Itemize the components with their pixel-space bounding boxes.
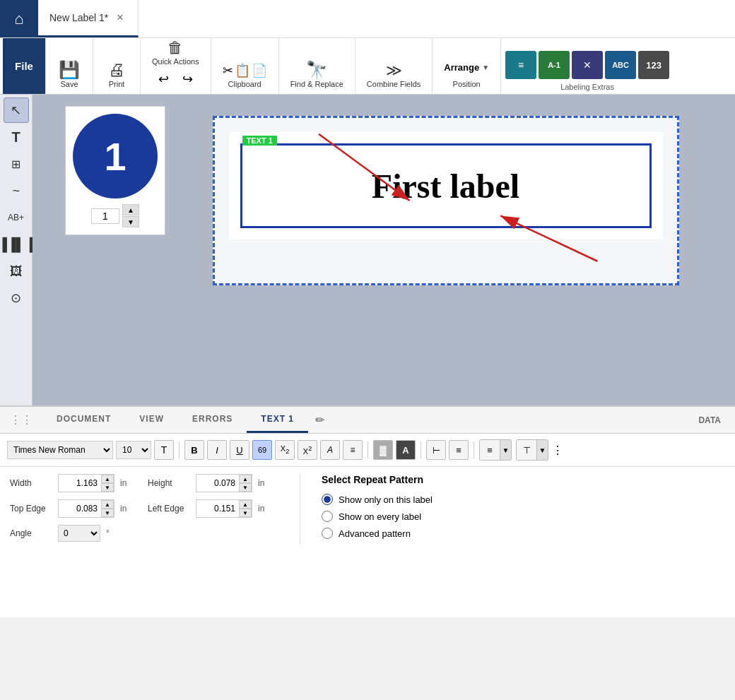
tab-close-button[interactable]: × — [114, 10, 126, 25]
h-align-button[interactable]: ≡ — [449, 440, 469, 460]
arrange-button[interactable]: Arrange ▼ — [438, 59, 495, 76]
text-align-dropdown[interactable]: ≡ ▼ — [479, 439, 512, 461]
width-input[interactable] — [59, 476, 101, 490]
spin-down-button[interactable]: ▼ — [122, 216, 139, 227]
label-dashed-border: TEXT 1 First label — [213, 116, 679, 285]
top-edge-input[interactable] — [59, 502, 101, 516]
width-unit: in — [120, 478, 127, 488]
extras-icon-3[interactable]: ✕ — [572, 51, 603, 79]
repeat-option-1-label: Show only on this label — [339, 494, 433, 505]
height-spin-down[interactable]: ▼ — [239, 483, 252, 492]
tab-data[interactable]: DATA — [684, 408, 735, 432]
text-field[interactable]: TEXT 1 First label — [240, 143, 652, 228]
left-edge-spin-up[interactable]: ▲ — [239, 500, 252, 509]
arrange-label: Arrange — [444, 62, 479, 73]
repeat-option-2[interactable]: Show on every label — [322, 511, 433, 522]
extras-icon-2[interactable]: A-1 — [539, 51, 570, 79]
undo-button[interactable]: ↩ — [153, 70, 174, 88]
font-size-icon-button[interactable]: T — [154, 440, 174, 460]
line-spacing-button[interactable]: ≡ — [343, 440, 363, 460]
table-tool-button[interactable]: ⊞ — [4, 151, 29, 177]
find-replace-button[interactable]: 🔭 Find & Replace — [285, 59, 349, 91]
text-align-main[interactable]: ≡ — [480, 440, 500, 460]
save-group: 💾 Save — [46, 38, 93, 94]
image-tool-button[interactable]: 🖼 — [4, 259, 29, 284]
quick-actions-button[interactable]: 🗑 Quick Actions — [146, 37, 205, 69]
label-number-input[interactable] — [91, 208, 119, 224]
file-button[interactable]: File — [3, 38, 45, 94]
repeat-option-1[interactable]: Show only on this label — [322, 494, 433, 505]
spin-up-button[interactable]: ▲ — [122, 204, 139, 215]
underline-button[interactable]: U — [230, 440, 249, 460]
clipboard-button[interactable]: ✂ 📋 📄 Clipboard — [217, 60, 273, 91]
repeat-option-3[interactable]: Advanced pattern — [322, 528, 433, 539]
subscript-button[interactable]: X2 — [275, 440, 295, 460]
v-align-main[interactable]: ⊤ — [517, 440, 536, 460]
home-button[interactable]: ⌂ — [0, 0, 38, 37]
tab-text1[interactable]: TEXT 1 — [247, 407, 308, 433]
font-size-num-button[interactable]: 69 — [252, 440, 272, 460]
width-spin-down[interactable]: ▼ — [101, 483, 114, 492]
angle-select[interactable]: 0 90 180 270 — [58, 525, 100, 542]
font-size-select[interactable]: 10 — [116, 441, 151, 459]
height-spin-up[interactable]: ▲ — [239, 475, 252, 483]
extras-icon-1[interactable]: ≡ — [505, 51, 536, 79]
text-align-arrow[interactable]: ▼ — [500, 440, 511, 460]
properties-section: Width ▲ ▼ in Height — [0, 467, 735, 552]
font-name-select[interactable]: Times New Roman — [7, 441, 113, 459]
superscript-button[interactable]: X2 — [298, 440, 317, 460]
tab-document[interactable]: DOCUMENT — [42, 407, 125, 433]
labeling-extras-group: ≡ A-1 ✕ ABC 123 Labeling Extras — [501, 38, 674, 94]
v-align-dropdown[interactable]: ⊤ ▼ — [516, 439, 548, 461]
position-label: Position — [453, 80, 481, 88]
tab-view[interactable]: VIEW — [125, 407, 178, 433]
extras-icon-5[interactable]: 123 — [638, 51, 669, 79]
position-button[interactable]: Position — [447, 77, 486, 91]
left-edge-spin-down[interactable]: ▼ — [239, 509, 252, 517]
drag-handle: ⋮⋮ — [0, 408, 42, 432]
edit-icon[interactable]: ✏ — [308, 408, 331, 432]
save-button[interactable]: 💾 Save — [52, 59, 87, 91]
arrange-dropdown-icon: ▼ — [482, 64, 489, 71]
height-input[interactable] — [196, 476, 239, 490]
repeat-pattern-section: Select Repeat Pattern Show only on this … — [322, 474, 433, 545]
shape-icon: ⊙ — [11, 290, 21, 306]
select-tool-button[interactable]: ↖ — [4, 97, 29, 123]
combine-fields-group: ≫ Combine Fields — [355, 38, 433, 94]
font-color-button[interactable]: A — [396, 440, 416, 460]
scissors-icon: ✂ — [223, 63, 233, 78]
shape-tool-button[interactable]: ⊙ — [4, 285, 29, 311]
arc-tool-button[interactable]: ~ — [4, 178, 29, 203]
document-tab[interactable]: New Label 1* × — [38, 0, 139, 37]
subscript-icon: X2 — [281, 444, 289, 455]
v-align-arrow[interactable]: ▼ — [536, 440, 548, 460]
print-button[interactable]: 🖨 Print — [99, 59, 134, 91]
ab-tool-button[interactable]: AB+ — [4, 205, 29, 230]
text-tool-button[interactable]: T — [4, 124, 29, 150]
width-spin-up[interactable]: ▲ — [101, 475, 114, 483]
left-edge-input[interactable] — [196, 502, 239, 516]
bold-button[interactable]: B — [184, 440, 204, 460]
tab-errors[interactable]: ERRORS — [178, 407, 247, 433]
italic-button[interactable]: I — [207, 440, 227, 460]
text-direction-button[interactable]: ⊢ — [426, 440, 446, 460]
repeat-radio-1[interactable] — [322, 494, 333, 505]
font-size-num-icon: 69 — [258, 446, 266, 454]
undo-icon: ↩ — [158, 71, 169, 87]
font-color-small-button[interactable]: A — [320, 440, 340, 460]
repeat-radio-3[interactable] — [322, 528, 333, 539]
text-direction-icon: ⊢ — [433, 445, 440, 456]
combine-fields-button[interactable]: ≫ Combine Fields — [361, 60, 426, 91]
extras-icon-4[interactable]: ABC — [605, 51, 636, 79]
barcode-tool-button[interactable]: ▐▐▌▐ — [4, 232, 29, 257]
select-icon: ↖ — [11, 102, 21, 118]
redo-button[interactable]: ↪ — [177, 70, 198, 88]
repeat-radio-2[interactable] — [322, 511, 333, 522]
top-edge-spin-up[interactable]: ▲ — [101, 500, 114, 509]
more-options-button[interactable]: ⋮ — [553, 440, 563, 460]
ribbon: File 💾 Save 🖨 Print 🗑 Quick Actions ↩ ↪ — [0, 38, 735, 95]
top-edge-spin-down[interactable]: ▼ — [101, 509, 114, 517]
fill-color-button[interactable]: ▓ — [373, 440, 393, 460]
top-edge-row: Top Edge ▲ ▼ in — [10, 499, 141, 518]
clipboard-group: ✂ 📋 📄 Clipboard — [211, 38, 279, 94]
